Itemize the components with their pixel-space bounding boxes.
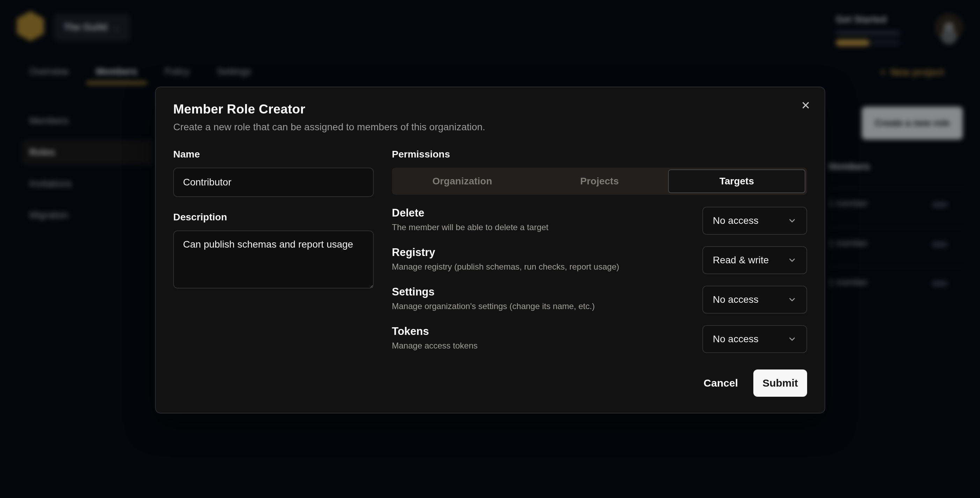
permissions-tab-organization[interactable]: Organization	[394, 169, 531, 193]
cancel-button[interactable]: Cancel	[704, 377, 738, 389]
close-icon[interactable]: ✕	[798, 98, 813, 113]
permission-description: Manage access tokens	[392, 341, 477, 351]
name-label: Name	[173, 149, 374, 160]
selected-value: No access	[713, 294, 759, 305]
modal-footer: Cancel Submit	[704, 369, 807, 397]
chevron-down-icon	[788, 256, 797, 265]
name-input[interactable]	[173, 168, 374, 197]
modal-title: Member Role Creator	[173, 102, 807, 117]
selected-value: No access	[713, 215, 759, 226]
permission-description: Manage organization's settings (change i…	[392, 301, 595, 311]
permissions-tab-projects[interactable]: Projects	[531, 169, 668, 193]
permission-row-delete: Delete The member will be able to delete…	[392, 207, 807, 235]
permission-row-settings: Settings Manage organization's settings …	[392, 286, 807, 313]
permission-title: Tokens	[392, 325, 477, 338]
permission-description: The member will be able to delete a targ…	[392, 223, 548, 232]
form-right-column: Permissions Organization Projects Target…	[392, 149, 807, 364]
permissions-tab-group: Organization Projects Targets	[392, 168, 807, 195]
permission-row-tokens: Tokens Manage access tokens No access	[392, 325, 807, 353]
chevron-down-icon	[788, 295, 797, 304]
permission-row-registry: Registry Manage registry (publish schema…	[392, 246, 807, 274]
delete-access-select[interactable]: No access	[702, 207, 807, 235]
tokens-access-select[interactable]: No access	[702, 325, 807, 353]
settings-access-select[interactable]: No access	[702, 286, 807, 313]
form-left-column: Name Description Can publish schemas and…	[173, 149, 374, 364]
chevron-down-icon	[788, 216, 797, 225]
permissions-label: Permissions	[392, 149, 807, 160]
description-label: Description	[173, 212, 374, 223]
permission-title: Delete	[392, 207, 548, 219]
permission-title: Settings	[392, 286, 595, 298]
role-form: Name Description Can publish schemas and…	[173, 149, 807, 364]
registry-access-select[interactable]: Read & write	[702, 246, 807, 274]
modal-subtitle: Create a new role that can be assigned t…	[173, 121, 807, 133]
permission-title: Registry	[392, 246, 619, 259]
member-role-creator-modal: ✕ Member Role Creator Create a new role …	[155, 87, 825, 414]
selected-value: Read & write	[713, 255, 769, 266]
app-window: The Guild ⌄ Get Started Overview Members…	[0, 0, 980, 498]
permissions-tab-targets[interactable]: Targets	[668, 169, 805, 193]
description-textarea[interactable]: Can publish schemas and report usage	[173, 231, 374, 288]
chevron-down-icon	[788, 334, 797, 344]
submit-button[interactable]: Submit	[753, 369, 807, 397]
selected-value: No access	[713, 334, 759, 345]
permission-description: Manage registry (publish schemas, run ch…	[392, 262, 619, 272]
